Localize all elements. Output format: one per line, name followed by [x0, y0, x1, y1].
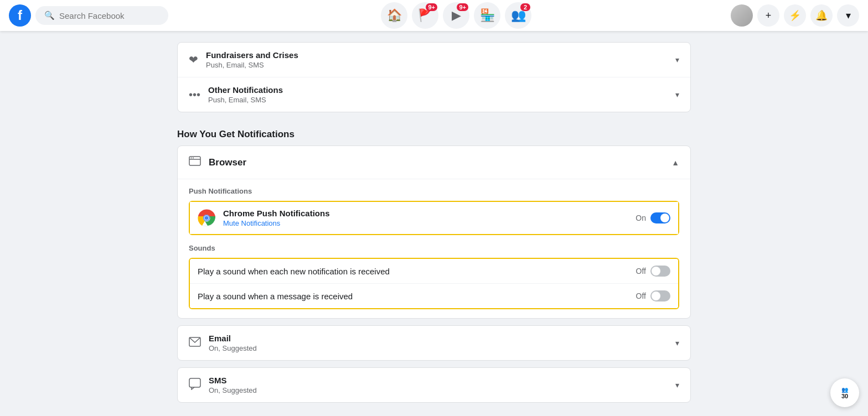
chrome-push-row: Chrome Push Notifications Mute Notificat…: [189, 201, 679, 235]
messenger-button[interactable]: ⚡: [784, 4, 806, 27]
sound-row-2-text: Play a sound when a message is received: [198, 292, 636, 301]
people-badge-icon: 👥: [841, 387, 848, 393]
sound-row-1-status: Off: [636, 267, 646, 275]
nav-left: f 🔍: [9, 4, 197, 27]
email-card: Email On, Suggested ▾: [177, 325, 691, 361]
top-navigation: f 🔍 🏠 🚩 9+ ▶ 9+ 🏪 👥 2 +: [0, 0, 868, 31]
chrome-notif-text: Chrome Push Notifications Mute Notificat…: [223, 209, 636, 227]
svg-rect-9: [189, 378, 200, 387]
sounds-rows-group: Play a sound when each new notification …: [189, 258, 679, 309]
heart-icon: ❤: [189, 53, 198, 66]
flag-nav-button[interactable]: 🚩 9+: [412, 2, 438, 29]
browser-card: Browser ▲ Push Notifications: [177, 145, 691, 319]
search-box[interactable]: 🔍: [35, 6, 168, 25]
fundraisers-crises-row[interactable]: ❤ Fundraisers and Crises Push, Email, SM…: [178, 43, 690, 77]
collapsed-notification-rows: ❤ Fundraisers and Crises Push, Email, SM…: [177, 42, 691, 112]
main-content: ❤ Fundraisers and Crises Push, Email, SM…: [0, 31, 868, 416]
other-notif-title: Other Notifications: [208, 85, 669, 95]
chrome-status-label: On: [636, 214, 646, 222]
chrome-push-toggle[interactable]: [650, 212, 670, 223]
sms-card: SMS On, Suggested ▾: [177, 367, 691, 403]
sms-row[interactable]: SMS On, Suggested ▾: [178, 368, 690, 402]
email-text: Email On, Suggested: [209, 334, 669, 352]
sound-row-2-right: Off: [636, 290, 670, 301]
sms-sub: On, Suggested: [209, 386, 669, 394]
ellipsis-icon: •••: [189, 89, 200, 101]
search-icon: 🔍: [44, 11, 55, 20]
sound-toggle-2-knob: [652, 292, 660, 300]
bell-icon: 🔔: [815, 9, 828, 22]
browser-title: Browser: [209, 157, 671, 168]
other-notifications-row[interactable]: ••• Other Notifications Push, Email, SMS…: [178, 77, 690, 112]
email-title: Email: [209, 334, 669, 343]
how-you-get-notifications-heading: How You Get Notifications: [177, 119, 691, 145]
video-badge: 9+: [457, 3, 468, 11]
push-notifications-label: Push Notifications: [189, 179, 679, 201]
people-nav-button[interactable]: 👥 2: [505, 2, 531, 29]
sound-toggle-1[interactable]: [650, 266, 670, 277]
home-icon: 🏠: [387, 8, 402, 23]
svg-point-7: [205, 216, 209, 220]
fundraisers-sub: Push, Email, SMS: [206, 61, 669, 69]
sms-icon: [189, 378, 201, 393]
browser-chevron-up-icon: ▲: [671, 158, 679, 167]
flag-badge: 9+: [426, 3, 437, 11]
search-input[interactable]: [59, 11, 159, 20]
shop-nav-button[interactable]: 🏪: [474, 2, 500, 29]
user-avatar[interactable]: [731, 4, 753, 27]
badge-count: 30: [841, 393, 848, 399]
email-icon: [189, 337, 201, 350]
people-badge: 2: [520, 3, 530, 11]
chevron-down-icon: ▾: [846, 9, 851, 22]
home-nav-button[interactable]: 🏠: [381, 2, 407, 29]
sound-toggle-2[interactable]: [650, 290, 670, 301]
sms-chevron-icon: ▾: [675, 381, 679, 389]
chrome-toggle-knob: [660, 214, 669, 222]
sound-toggle-1-knob: [652, 267, 660, 275]
svg-point-3: [193, 158, 194, 159]
other-notif-sub: Push, Email, SMS: [208, 96, 669, 104]
email-row[interactable]: Email On, Suggested ▾: [178, 326, 690, 360]
sms-text: SMS On, Suggested: [209, 376, 669, 394]
other-notif-chevron-icon: ▾: [675, 90, 679, 99]
browser-icon: [189, 155, 201, 170]
browser-header[interactable]: Browser ▲: [178, 146, 690, 179]
email-chevron-icon: ▾: [675, 339, 679, 347]
fundraisers-title: Fundraisers and Crises: [206, 50, 669, 60]
chrome-icon: [198, 209, 215, 227]
content-area: ❤ Fundraisers and Crises Push, Email, SM…: [168, 31, 700, 416]
chrome-notif-row: Chrome Push Notifications Mute Notificat…: [190, 202, 678, 234]
messenger-icon: ⚡: [789, 9, 801, 22]
sound-row-2-status: Off: [636, 292, 646, 300]
nav-right: + ⚡ 🔔 ▾: [715, 4, 859, 27]
sound-row-2: Play a sound when a message is received …: [190, 283, 678, 308]
browser-body: Push Notifications: [178, 179, 690, 318]
account-dropdown-button[interactable]: ▾: [837, 4, 859, 27]
chrome-notif-title: Chrome Push Notifications: [223, 209, 636, 218]
svg-point-2: [191, 158, 192, 159]
bottom-right-badge[interactable]: 👥 30: [830, 378, 859, 407]
sms-title: SMS: [209, 376, 669, 385]
chrome-notif-right: On: [636, 212, 670, 223]
fundraisers-text: Fundraisers and Crises Push, Email, SMS: [206, 50, 669, 69]
sound-row-1: Play a sound when each new notification …: [190, 259, 678, 283]
nav-center: 🏠 🚩 9+ ▶ 9+ 🏪 👥 2: [197, 2, 715, 29]
mute-notifications-link[interactable]: Mute Notifications: [223, 219, 636, 227]
other-notif-text: Other Notifications Push, Email, SMS: [208, 85, 669, 104]
notifications-button[interactable]: 🔔: [810, 4, 833, 27]
sounds-label: Sounds: [189, 236, 679, 258]
fundraisers-chevron-icon: ▾: [675, 55, 679, 64]
email-sub: On, Suggested: [209, 344, 669, 352]
shop-icon: 🏪: [480, 8, 495, 23]
add-button[interactable]: +: [757, 4, 779, 27]
sound-row-1-right: Off: [636, 266, 670, 277]
plus-icon: +: [766, 10, 772, 22]
facebook-logo[interactable]: f: [9, 4, 31, 27]
footer: About Create Ad Create Page Developers C…: [177, 409, 691, 416]
video-nav-button[interactable]: ▶ 9+: [443, 2, 469, 29]
sound-row-1-text: Play a sound when each new notification …: [198, 267, 636, 276]
